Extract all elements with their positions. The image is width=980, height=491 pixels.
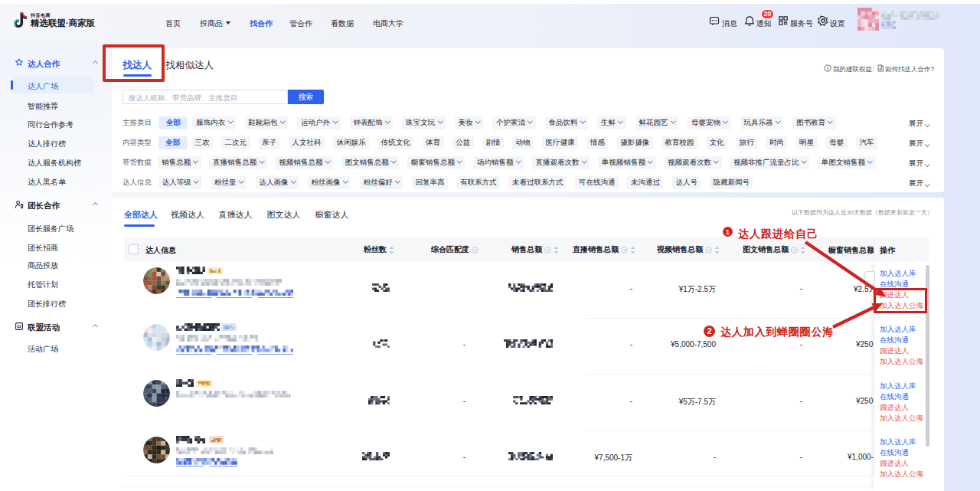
svg-text:?: ? — [707, 247, 710, 252]
svg-text:?: ? — [474, 247, 477, 252]
svg-text:?: ? — [623, 247, 626, 252]
svg-text:?: ? — [547, 247, 550, 252]
svg-text:?: ? — [793, 247, 796, 252]
